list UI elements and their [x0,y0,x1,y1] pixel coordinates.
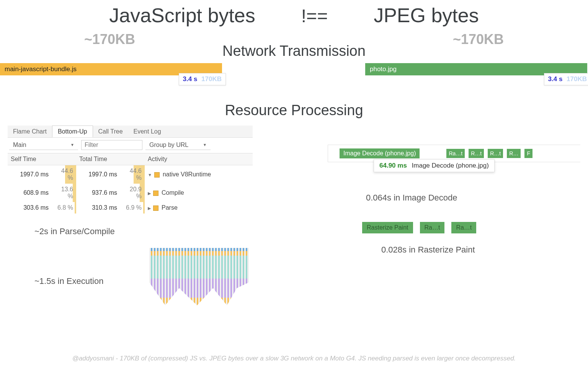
decode-tooltip-time: 64.90 ms [379,162,407,169]
total-time: 937.6 ms [76,184,120,202]
summary-parse-compile: ~2s in Parse/Compile [34,227,253,236]
headline-right: JPEG bytes [374,4,479,27]
tab-flame-chart[interactable]: Flame Chart [8,126,52,137]
footer-credit: @addyosmani - 170KB of (compressed) JS v… [0,355,588,362]
decode-chip-small: R… [507,149,521,158]
thread-select[interactable]: Main ▼ [9,140,78,150]
rasterize-chip: Ra…t [420,222,445,233]
activity-cell: ▼native V8Runtime [145,165,253,184]
self-pct: 13.6 % [52,184,76,202]
tab-call-tree[interactable]: Call Tree [93,126,128,137]
decode-chip-main: Image Decode (phone.jpg) [340,148,420,158]
expand-icon[interactable]: ▶ [148,206,151,210]
devtools-tabs: Flame Chart Bottom-Up Call Tree Event Lo… [8,126,253,138]
headline-operator: !== [301,5,328,26]
network-badge-jpeg-size: 170KB [567,75,587,83]
size-right: ~170KB [453,31,504,47]
size-left: ~170KB [84,31,135,47]
table-row[interactable]: 608.9 ms13.6 %937.6 ms20.9 %▶Compile [8,184,253,202]
flame-graph [149,248,249,305]
profile-table: Self Time Total Time Activity 1997.0 ms4… [8,153,253,214]
self-time: 608.9 ms [8,184,52,202]
decode-chip-small: R…t [469,149,484,158]
network-badge-jpeg-time: 3.4 s [548,75,563,83]
col-total-time[interactable]: Total Time [76,153,145,165]
activity-cell: ▶Parse [145,202,253,214]
total-pct: 20.9 % [120,184,145,202]
network-bar-js: main-javascript-bundle.js 3.4 s 170KB [0,63,222,75]
total-time: 310.3 ms [76,202,120,214]
network-bar-jpeg: photo.jpg 3.4 s 170KB [365,63,587,75]
activity-swatch-icon [154,172,160,178]
activity-swatch-icon [153,191,158,196]
self-time: 303.6 ms [8,202,52,214]
decode-chip-small: Ra…t [446,149,465,158]
thread-select-value: Main [13,142,26,148]
decode-chip-small: R…t [488,149,503,158]
activity-label: Compile [162,189,184,196]
rasterize-track: Rasterize Paint Ra…t Ra…t [362,222,580,233]
tab-event-log[interactable]: Event Log [128,126,167,137]
rasterize-chip: Ra…t [451,222,476,233]
headline-left: JavaScript bytes [109,4,255,27]
summary-rasterize: 0.028s in Rasterize Paint [381,245,580,255]
self-pct: 6.8 % [52,202,76,214]
image-decode-panel: Image Decode (phone.jpg) Ra…t R…t R…t R…… [328,126,580,255]
devtools-panel: Flame Chart Bottom-Up Call Tree Event Lo… [8,126,253,305]
activity-cell: ▶Compile [145,184,253,202]
chevron-down-icon: ▼ [203,143,207,147]
network-badge-js: 3.4 s 170KB [179,73,226,85]
summary-execution: ~1.5s in Execution [34,276,103,286]
total-pct: 6.9 % [120,202,145,214]
activity-label: native V8Runtime [163,171,211,178]
table-row[interactable]: 1997.0 ms44.6 %1997.0 ms44.6 %▼native V8… [8,165,253,184]
decode-tooltip-label: Image Decode (phone.jpg) [412,162,489,169]
filter-input[interactable] [81,140,142,150]
activity-label: Parse [162,204,178,211]
chevron-down-icon: ▼ [70,143,74,147]
tab-bottom-up[interactable]: Bottom-Up [52,126,93,137]
rasterize-chip: Rasterize Paint [362,222,413,233]
col-activity[interactable]: Activity [145,153,253,165]
table-row[interactable]: 303.6 ms6.8 %310.3 ms6.9 %▶Parse [8,202,253,214]
summary-image-decode: 0.064s in Image Decode [366,193,580,203]
group-by-value: Group by URL [149,142,188,148]
col-self-time[interactable]: Self Time [8,153,76,165]
section-processing-title: Resource Processing [0,102,588,119]
decode-tooltip: 64.90 ms Image Decode (phone.jpg) [374,159,495,172]
decode-chip-small: F [524,149,532,158]
self-time: 1997.0 ms [8,165,52,184]
group-by-select[interactable]: Group by URL ▼ [145,140,211,150]
total-time: 1997.0 ms [76,165,120,184]
activity-swatch-icon [153,205,158,211]
expand-icon[interactable]: ▶ [148,191,151,196]
expand-icon[interactable]: ▼ [148,173,152,177]
network-badge-js-size: 170KB [201,75,222,83]
self-pct: 44.6 % [52,165,76,184]
network-badge-js-time: 3.4 s [183,75,198,83]
network-badge-jpeg: 3.4 s 170KB [544,73,588,85]
total-pct: 44.6 % [120,165,145,184]
